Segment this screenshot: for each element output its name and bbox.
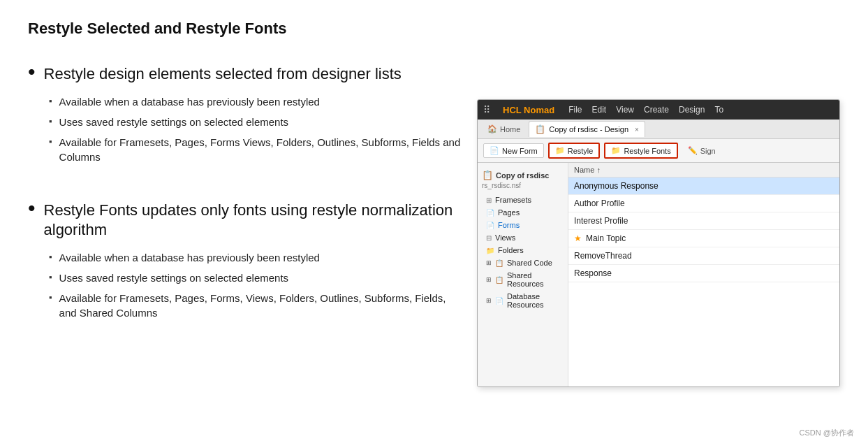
menu-edit[interactable]: Edit — [592, 105, 607, 115]
content-list: Anonymous Response Author Profile Intere… — [568, 178, 839, 282]
sub-bullet-2-1: ▪ Available when a database has previous… — [49, 250, 463, 265]
folders-icon: 📁 — [486, 247, 494, 254]
sign-button[interactable]: ✏️ Sign — [682, 144, 721, 157]
db-name: Copy of rsdisc — [496, 171, 549, 180]
major-bullet-1: • Restyle design elements selected from … — [28, 64, 463, 85]
shared-resources-icon: 📋 — [495, 276, 503, 284]
app-menubar: ⠿ HCL Nomad File Edit View Create Design… — [478, 100, 839, 120]
restyle-button[interactable]: 📁 Restyle — [548, 143, 601, 159]
grid-icon: ⠿ — [483, 104, 490, 115]
row-label-1: Author Profile — [574, 198, 625, 208]
restyle-label: Restyle — [568, 147, 594, 155]
list-item-5[interactable]: Response — [568, 265, 839, 282]
main-area: 📋 Copy of rsdisc rs_rsdisc.nsf ⊞ Framese… — [478, 163, 839, 386]
major-bullet-2-text: Restyle Fonts updates only fonts using r… — [44, 201, 463, 240]
nav-shared-resources[interactable]: ⊞ 📋 Shared Resources — [478, 269, 568, 290]
app-logo: HCL Nomad — [503, 105, 554, 115]
tab-active[interactable]: 📋 Copy of rsdisc - Design × — [529, 121, 645, 137]
home-icon: 🏠 — [487, 124, 497, 133]
tab-active-label: Copy of rsdisc - Design — [549, 125, 628, 133]
nav-database-resources[interactable]: ⊞ 📄 Database Resources — [478, 290, 568, 311]
list-item-0[interactable]: Anonymous Response — [568, 178, 839, 195]
left-column: • Restyle design elements selected from … — [28, 57, 477, 387]
menu-design[interactable]: Design — [679, 105, 705, 115]
new-form-button[interactable]: 📄 New Form — [483, 143, 544, 158]
database-resources-icon: 📄 — [495, 297, 503, 305]
new-form-icon: 📄 — [490, 146, 499, 155]
bullet-dot-1: • — [28, 62, 36, 82]
toolbar: 📄 New Form 📁 Restyle 📁 Restyle Fonts ✏️ … — [478, 139, 839, 163]
sub-bullet-2-3: ▪ Available for Framesets, Pages, Forms,… — [49, 291, 463, 320]
db-icon: 📋 — [482, 170, 493, 180]
tab-home[interactable]: 🏠 Home — [482, 122, 526, 136]
restyle-icon: 📁 — [555, 146, 565, 155]
page-title: Restyle Selected and Restyle Fonts — [28, 20, 840, 38]
content-header: Name ↑ — [568, 163, 839, 178]
forms-icon: 📄 — [486, 222, 494, 229]
tab-document-icon: 📋 — [535, 124, 545, 134]
sign-icon: ✏️ — [688, 146, 698, 155]
sub-bullet-marker: ▪ — [49, 95, 52, 108]
nav-pages[interactable]: 📄 Pages — [478, 206, 568, 219]
list-item-2[interactable]: Interest Profile — [568, 212, 839, 230]
major-bullet-1-text: Restyle design elements selected from de… — [44, 64, 402, 85]
left-nav: 📋 Copy of rsdisc rs_rsdisc.nsf ⊞ Framese… — [478, 163, 568, 386]
column-header-name: Name ↑ — [574, 166, 601, 174]
bullet-dot-2: • — [28, 198, 36, 219]
tab-home-label: Home — [500, 125, 520, 133]
sub-bullet-marker: ▪ — [49, 251, 52, 263]
star-icon: ★ — [574, 233, 582, 243]
row-label-5: Response — [574, 268, 612, 278]
nav-framesets[interactable]: ⊞ Framesets — [478, 194, 568, 206]
nav-views[interactable]: ⊟ Views — [478, 231, 568, 244]
views-icon: ⊟ — [486, 234, 492, 242]
sub-bullets-2: ▪ Available when a database has previous… — [28, 250, 463, 320]
menu-file[interactable]: File — [568, 105, 582, 115]
expand-icon-code: ⊞ — [486, 259, 492, 266]
row-label-4: RemoveThread — [574, 251, 632, 261]
nav-db-file: rs_rsdisc.nsf — [478, 182, 568, 194]
menu-items[interactable]: File Edit View Create Design To — [568, 105, 723, 115]
nav-db-header: 📋 Copy of rsdisc — [478, 167, 568, 182]
row-label-0: Anonymous Response — [574, 181, 659, 191]
sub-bullet-2-2: ▪ Uses saved restyle settings on selecte… — [49, 270, 463, 285]
nav-forms[interactable]: 📄 Forms — [478, 219, 568, 231]
row-label-2: Interest Profile — [574, 216, 628, 226]
menu-to[interactable]: To — [714, 105, 723, 115]
shared-code-icon: 📋 — [495, 259, 503, 267]
watermark: CSDN @协作者 — [800, 428, 854, 438]
major-bullet-2: • Restyle Fonts updates only fonts using… — [28, 201, 463, 240]
framesets-icon: ⊞ — [486, 196, 492, 204]
restyle-fonts-icon: 📁 — [611, 146, 621, 155]
sub-bullet-marker: ▪ — [49, 136, 52, 148]
row-label-3: Main Topic — [586, 233, 626, 243]
sub-bullets-1: ▪ Available when a database has previous… — [28, 94, 463, 164]
content-area: Name ↑ Anonymous Response Author Profile… — [568, 163, 839, 386]
expand-icon-resources: ⊞ — [486, 276, 492, 283]
list-item-3[interactable]: ★ Main Topic — [568, 230, 839, 247]
tab-bar: 🏠 Home 📋 Copy of rsdisc - Design × — [478, 120, 839, 139]
sign-label: Sign — [700, 147, 716, 155]
sub-bullet-1-1: ▪ Available when a database has previous… — [49, 94, 463, 109]
expand-icon-db: ⊞ — [486, 297, 492, 304]
new-form-label: New Form — [502, 147, 538, 155]
sub-bullet-marker: ▪ — [49, 115, 52, 128]
tab-close-icon[interactable]: × — [635, 126, 639, 133]
app-screenshot: ⠿ HCL Nomad File Edit View Create Design… — [477, 99, 840, 387]
list-item-1[interactable]: Author Profile — [568, 195, 839, 212]
nav-shared-code[interactable]: ⊞ 📋 Shared Code — [478, 256, 568, 269]
sub-bullet-marker: ▪ — [49, 291, 52, 304]
sub-bullet-1-3: ▪ Available for Framesets, Pages, Forms … — [49, 135, 463, 164]
menu-create[interactable]: Create — [644, 105, 669, 115]
pages-icon: 📄 — [486, 209, 494, 217]
restyle-fonts-label: Restyle Fonts — [624, 147, 670, 155]
list-item-4[interactable]: RemoveThread — [568, 247, 839, 265]
sub-bullet-marker: ▪ — [49, 271, 52, 284]
menu-view[interactable]: View — [616, 105, 634, 115]
nav-folders[interactable]: 📁 Folders — [478, 244, 568, 256]
restyle-fonts-button[interactable]: 📁 Restyle Fonts — [604, 143, 677, 159]
sub-bullet-1-2: ▪ Uses saved restyle settings on selecte… — [49, 115, 463, 129]
